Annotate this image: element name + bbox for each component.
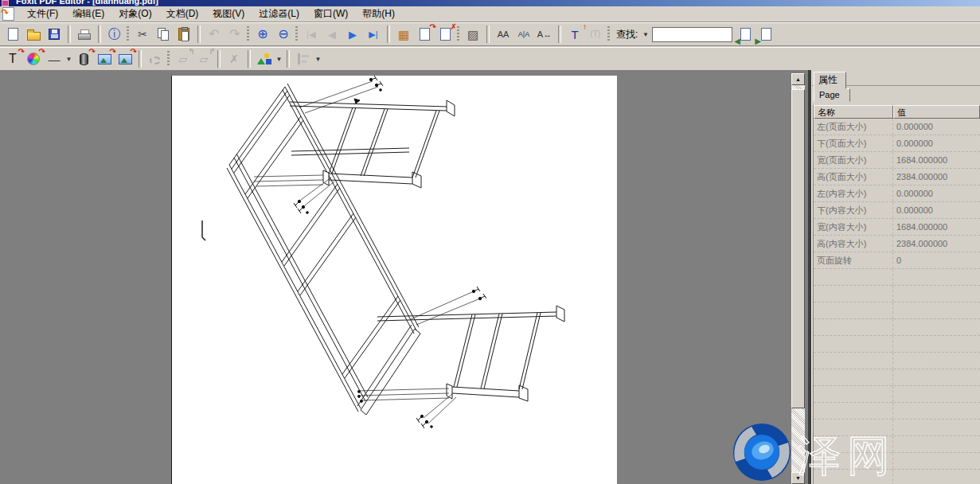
rotate-object-left-glyph: ▱: [179, 53, 188, 64]
page-thumbnails-button[interactable]: ▦: [394, 25, 413, 44]
menu-item-view[interactable]: 视图(V): [205, 7, 252, 21]
property-row[interactable]: 下(页面大小)0.000000: [814, 135, 980, 152]
zoom-in-glyph: ⊕: [257, 28, 267, 41]
char-spacing-tool-button[interactable]: A|A: [514, 25, 533, 44]
shapes-tool-button[interactable]: [255, 49, 274, 68]
print-button[interactable]: [75, 25, 94, 44]
rotate-object-right-button[interactable]: ▱↱: [194, 49, 213, 68]
properties-panel: 属性 Page 名称 值 左(页面大小)0.000000下(页面大小)0.000…: [811, 70, 980, 484]
edit-image-button[interactable]: ↷: [95, 49, 114, 68]
find-prev-button[interactable]: ◀: [736, 25, 755, 44]
edit-colors-icon: [27, 53, 40, 65]
text-mode-button[interactable]: (T): [586, 25, 605, 44]
pdf-page[interactable]: [171, 76, 617, 484]
property-value[interactable]: 0.000000: [893, 202, 980, 218]
menu-item-document[interactable]: 文档(D): [159, 7, 206, 21]
scroll-down-button[interactable]: ▼: [791, 472, 805, 484]
menu-item-window[interactable]: 窗口(W): [306, 7, 355, 21]
property-value[interactable]: 0.000000: [893, 135, 980, 151]
property-row[interactable]: 高(页面大小)2384.000000: [814, 169, 980, 185]
first-page-button[interactable]: |◀: [302, 25, 321, 44]
tab-page[interactable]: Page: [814, 88, 850, 102]
redo-button[interactable]: ↷: [225, 25, 244, 44]
cut-button[interactable]: ✂: [133, 25, 152, 44]
add-image-button[interactable]: ↷: [115, 49, 135, 68]
save-file-button[interactable]: [45, 25, 64, 44]
property-value[interactable]: 2384.000000: [893, 169, 980, 185]
column-header-value[interactable]: 值: [893, 105, 980, 119]
vertical-scrollbar[interactable]: ▲ ▼: [791, 73, 805, 484]
scrollbar-thumb[interactable]: [791, 89, 805, 408]
property-row[interactable]: 高(内容大小)2384.000000: [814, 236, 980, 252]
toolbar-grip[interactable]: [247, 26, 249, 42]
rotate-page-button[interactable]: ↷: [415, 25, 434, 44]
paste-button[interactable]: [174, 25, 193, 44]
scroll-up-button[interactable]: ▲: [791, 73, 805, 85]
undo-button[interactable]: ↶: [205, 25, 224, 44]
toolbar-grip[interactable]: [457, 26, 459, 42]
redo-glyph: ↷: [229, 28, 240, 41]
line-width-dropdown[interactable]: ▼: [64, 50, 73, 68]
find-label: 查找:: [613, 28, 641, 41]
property-row[interactable]: 下(内容大小)0.000000: [814, 202, 980, 219]
find-history-dropdown[interactable]: ▼: [641, 25, 650, 43]
menu-item-edit[interactable]: 编辑(E): [65, 7, 111, 21]
property-row[interactable]: 左(页面大小)0.000000: [814, 119, 980, 135]
property-value[interactable]: 1684.000000: [893, 152, 980, 168]
prev-page-button[interactable]: ◀: [322, 25, 342, 44]
property-value[interactable]: 0.000000: [893, 119, 980, 135]
property-value: [893, 403, 980, 419]
property-name: 高(页面大小): [814, 169, 893, 185]
next-page-button[interactable]: ▶: [343, 25, 362, 44]
menu-item-object[interactable]: 对象(O): [111, 7, 158, 21]
property-row-empty: [814, 353, 980, 369]
menu-item-filter[interactable]: 过滤器(L): [252, 7, 306, 21]
window-title: Foxit PDF Editor - [dianhuang.pdf]: [0, 0, 980, 6]
delete-object-button[interactable]: ✗: [225, 49, 244, 68]
add-text-button[interactable]: T↷: [3, 49, 22, 68]
open-file-button[interactable]: [24, 25, 43, 44]
word-spacing-tool-button[interactable]: A↔: [535, 25, 554, 44]
property-value[interactable]: 0: [893, 252, 980, 268]
last-page-button[interactable]: ▶|: [364, 25, 383, 44]
edit-colors-button[interactable]: ↷: [24, 49, 43, 68]
property-name: [814, 453, 893, 469]
property-value[interactable]: 2384.000000: [893, 236, 980, 252]
hatch-tool-button[interactable]: ▨: [463, 25, 482, 44]
property-value[interactable]: 0.000000: [893, 185, 980, 201]
toolbar-separator: [558, 25, 561, 43]
delete-page-button[interactable]: ✗: [435, 25, 455, 44]
property-row[interactable]: 左(内容大小)0.000000: [814, 185, 980, 202]
document-menu-icon[interactable]: [2, 7, 14, 21]
menu-item-file[interactable]: 文件(F): [20, 7, 65, 21]
toolbar-grip[interactable]: [167, 51, 170, 67]
find-input[interactable]: [652, 27, 732, 42]
text-attributes-button[interactable]: T↑: [565, 25, 584, 44]
zoom-in-button[interactable]: ⊕: [253, 25, 272, 44]
toolbar-grip[interactable]: [295, 26, 298, 42]
shapes-dropdown[interactable]: ▼: [275, 50, 283, 68]
copy-button[interactable]: [154, 25, 173, 44]
property-value[interactable]: 1684.000000: [893, 219, 980, 235]
align-dropdown[interactable]: ▼: [314, 50, 322, 68]
word-spacing-tool-glyph: A↔: [537, 30, 552, 39]
new-document-button[interactable]: [3, 25, 22, 44]
find-prev-overlay-icon: ◀: [734, 37, 740, 45]
property-row[interactable]: 宽(页面大小)1684.000000: [814, 152, 980, 169]
property-value: [893, 386, 980, 402]
menu-item-help[interactable]: 帮助(H): [355, 7, 402, 21]
zoom-out-button[interactable]: ⊖: [274, 25, 293, 44]
column-header-name[interactable]: 名称: [814, 105, 893, 119]
font-size-tool-button[interactable]: AA: [494, 25, 513, 44]
line-width-button[interactable]: —: [45, 49, 64, 68]
rotate-object-left-button[interactable]: ▱↰: [174, 49, 193, 68]
find-next-button[interactable]: ▶: [756, 25, 775, 44]
select-object-button[interactable]: [146, 49, 165, 68]
draw-cylinder-button[interactable]: ↷: [74, 49, 93, 68]
property-row[interactable]: 宽(内容大小)1684.000000: [814, 219, 980, 236]
toolbar-grip[interactable]: [127, 26, 129, 42]
property-row[interactable]: 页面旋转0: [814, 252, 980, 269]
toolbar-grip[interactable]: [607, 26, 610, 42]
about-info-button[interactable]: ⓘ: [105, 25, 124, 44]
align-tool-button[interactable]: [294, 49, 313, 68]
